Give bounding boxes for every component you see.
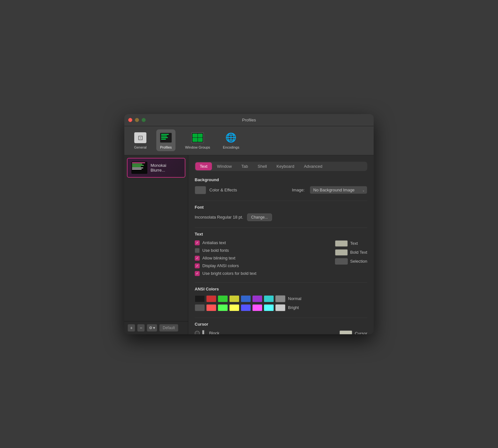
text-color-swatch[interactable] [335,240,348,247]
zoom-button[interactable] [142,118,146,122]
tab-window[interactable]: Window [213,162,236,170]
main-window: Profiles ⊡ General Profiles [124,114,374,334]
toolbar-item-window-groups[interactable]: Window Groups [182,129,213,151]
antialias-label: Antialias text [202,240,226,245]
ansi-section: ANSI Colors Normal [195,287,367,311]
ansi-checkbox[interactable]: ✓ [195,263,200,268]
profiles-icon [160,131,172,144]
cursor-color-row: Cursor [339,330,367,334]
font-section: Font Inconsolata Regular 18 pt. Change..… [195,205,367,221]
ansi-normal-3[interactable] [229,295,239,302]
font-title: Font [195,205,367,210]
background-row: Color & Effects Image: No Background Ima… [195,186,367,194]
cursor-block-radio[interactable] [195,331,200,334]
ansi-bright-2[interactable] [218,304,228,311]
toolbar-item-profiles[interactable]: Profiles [156,129,175,151]
toolbar-item-general[interactable]: ⊡ General [131,129,150,151]
cursor-color-area: Cursor [339,330,367,334]
general-icon: ⊡ [134,131,147,144]
ansi-bright-3[interactable] [229,304,239,311]
ansi-bright-7[interactable] [275,304,285,311]
background-section: Background Color & Effects Image: No Bac… [195,177,367,194]
selection-color-swatch[interactable] [335,258,348,265]
cursor-color-label: Cursor [355,331,367,334]
tab-shell[interactable]: Shell [253,162,271,170]
ansi-normal-2[interactable] [218,295,228,302]
toolbar-label-general: General [134,145,146,149]
image-label: Image: [292,188,305,192]
globe-icon: 🌐 [225,131,237,144]
gear-icon: ⚙ [149,326,152,330]
gear-menu-button[interactable]: ⚙ ▾ [147,324,157,332]
ansi-bright-row: Bright [195,304,367,311]
general-icon-inner: ⊡ [134,132,146,143]
bold-checkbox[interactable] [195,248,200,253]
minimize-button[interactable] [135,118,139,122]
bold-color-swatch[interactable] [335,249,348,256]
tab-bar: Text Window Tab Shell Keyboard Advanced [195,162,367,171]
text-title: Text [195,232,367,236]
toolbar-label-encodings: Encodings [223,145,239,149]
image-select-wrapper: No Background Image ⌄ [310,186,367,194]
ansi-bright-6[interactable] [264,304,274,311]
image-select[interactable]: No Background Image [310,186,367,194]
tab-advanced[interactable]: Advanced [300,162,327,170]
toolbar-item-encodings[interactable]: 🌐 Encodings [220,129,242,151]
ansi-bright-4[interactable] [241,304,251,311]
main-content: Monokai Blurre... + − ⚙ ▾ Default Text W… [124,155,374,334]
ansi-normal-row: Normal [195,295,367,302]
tab-text[interactable]: Text [195,162,212,170]
ansi-label: Display ANSI colors [202,263,239,268]
terminal-icon-inner [160,132,172,143]
profile-thumbnail [131,162,147,174]
cursor-options-area: ▌ Block _ Underline │ Vertical Bar [195,330,367,334]
toolbar-label-profiles: Profiles [160,145,172,149]
change-font-button[interactable]: Change... [247,213,272,221]
bold-label: Use bold fonts [202,248,229,253]
font-name: Inconsolata Regular 18 pt. [195,215,243,220]
wg-icon-inner [191,132,204,143]
cursor-block-row: ▌ Block [195,330,330,334]
default-button[interactable]: Default [159,324,178,332]
checkbox-bold: Use bold fonts [195,248,325,253]
tab-keyboard[interactable]: Keyboard [272,162,299,170]
ansi-bright-0[interactable] [195,304,205,311]
add-profile-button[interactable]: + [128,324,135,332]
bg-color-preview[interactable] [195,186,206,194]
chevron-down-icon: ▾ [153,326,155,330]
blinking-checkbox[interactable]: ✓ [195,256,200,261]
remove-profile-button[interactable]: − [137,324,145,332]
ansi-bright-1[interactable] [206,304,216,311]
tab-tab[interactable]: Tab [237,162,253,170]
text-color-label: Text [350,241,358,246]
ansi-normal-4[interactable] [241,295,251,302]
sidebar-bottom: + − ⚙ ▾ Default [124,321,188,334]
bright-checkbox[interactable]: ✓ [195,271,200,276]
antialias-checkbox[interactable]: ✓ [195,240,200,245]
ansi-normal-1[interactable] [206,295,216,302]
color-effects-label: Color & Effects [209,188,237,192]
background-title: Background [195,177,367,182]
sidebar: Monokai Blurre... + − ⚙ ▾ Default [124,155,188,334]
cursor-block-label: Block [209,331,219,334]
ansi-normal-5[interactable] [252,295,262,302]
profile-name: Monokai Blurre... [151,163,181,173]
checkbox-blinking: ✓ Allow blinking text [195,256,325,261]
ansi-normal-0[interactable] [195,295,205,302]
ansi-grid: Normal Bright [195,295,367,311]
toolbar: ⊡ General Profiles [124,126,374,155]
selection-color-row: Selection [335,258,367,265]
text-section: Text ✓ Antialias text Use bold fonts ✓ [195,232,367,276]
ansi-normal-label: Normal [288,296,301,301]
ansi-normal-6[interactable] [264,295,274,302]
text-options: ✓ Antialias text Use bold fonts ✓ Allow … [195,240,367,276]
close-button[interactable] [128,118,132,122]
cursor-title: Cursor [195,322,367,327]
selection-color-label: Selection [350,259,367,264]
settings-panel: Text Window Tab Shell Keyboard Advanced … [188,155,374,334]
cursor-color-swatch[interactable] [339,330,352,334]
traffic-lights [128,118,146,122]
ansi-normal-7[interactable] [275,295,285,302]
ansi-bright-5[interactable] [252,304,262,311]
profile-item[interactable]: Monokai Blurre... [127,158,185,178]
